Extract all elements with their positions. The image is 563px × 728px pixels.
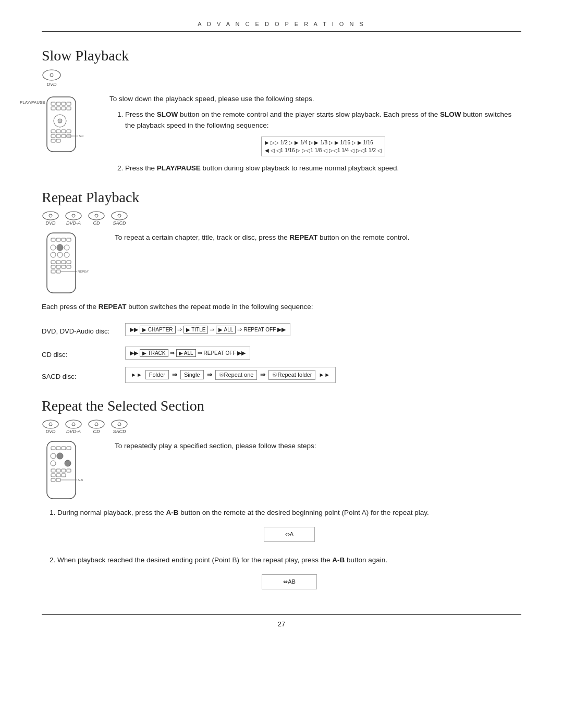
svg-point-26	[49, 214, 52, 217]
repeat-intro-text2: button on the remote control.	[317, 233, 409, 241]
svg-text:SLOW: SLOW	[79, 134, 83, 138]
repeat-playback-title: Repeat Playback	[42, 189, 521, 206]
svg-rect-73	[51, 469, 55, 472]
slow-step2-bold1: PLAY/PAUSE	[157, 164, 201, 172]
slow-playback-content: PLAY/PAUSE	[42, 93, 521, 179]
each-press-text1: Each press of the	[42, 303, 99, 311]
repeat-sacd-icon: SACD	[111, 211, 128, 226]
svg-rect-48	[51, 265, 55, 268]
svg-text:A-B: A-B	[78, 478, 83, 482]
repeat-dvda-icon: DVD-A	[65, 211, 82, 226]
svg-rect-76	[67, 469, 71, 472]
remote-slow: PLAY/PAUSE	[42, 93, 83, 154]
slow-sequence-box: ▶ ▷▷ 1/2 ▷ ▶ 1/4 ▷ ▶ 1/8 ▷ ▶ 1/16 ▷ ▶ 1/…	[261, 137, 385, 156]
svg-rect-19	[62, 134, 66, 138]
svg-rect-10	[67, 107, 71, 110]
svg-rect-13	[51, 130, 55, 133]
svg-rect-35	[56, 238, 60, 241]
play-pause-label: PLAY/PAUSE	[20, 100, 45, 105]
svg-point-32	[118, 214, 121, 217]
dvd-label: DVD	[46, 82, 56, 87]
repeat-selected-section: Repeat the Selected Section DVD DVD-A CD…	[42, 398, 521, 594]
dvd-disc-icon: DVD	[42, 69, 62, 87]
slow-playback-disc-icons: DVD	[42, 69, 521, 87]
svg-rect-18	[56, 134, 60, 138]
ab-a-label: ⇔A	[285, 531, 293, 537]
svg-point-40	[64, 245, 69, 250]
slow-playback-section: Slow Playback DVD PLAY/PAUSE	[42, 47, 521, 179]
svg-rect-17	[51, 134, 55, 138]
svg-point-43	[64, 252, 69, 257]
svg-rect-68	[67, 447, 71, 450]
slow-step1-bold1: SLOW	[157, 110, 178, 118]
svg-rect-46	[62, 261, 66, 264]
svg-rect-6	[67, 102, 71, 105]
slow-step2-text2: button during slow playback to resume no…	[201, 164, 399, 172]
svg-rect-5	[62, 102, 66, 105]
sel-step2-text2: button again.	[345, 556, 387, 564]
svg-point-39	[57, 244, 63, 251]
sel-step2-text1: When playback reached the desired ending…	[57, 556, 332, 564]
svg-rect-77	[51, 474, 55, 477]
slow-step1-text1: Press the	[125, 110, 157, 118]
repeat-sel-step-1: During normal playback, press the A-B bu…	[57, 507, 521, 546]
repeat-each-press: Each press of the REPEAT button switches…	[42, 301, 521, 313]
svg-rect-80	[51, 478, 55, 482]
sacd-folder: Folder	[145, 370, 169, 379]
page-header: A D V A N C E D O P E R A T I O N S	[42, 21, 521, 32]
sel-dvda-icon: DVD-A	[65, 419, 82, 434]
slow-playback-intro: To slow down the playback speed, please …	[109, 93, 521, 105]
ab-ab-label: ⇔AB	[283, 578, 296, 585]
svg-point-42	[57, 252, 63, 257]
svg-rect-7	[51, 107, 55, 110]
svg-rect-74	[56, 469, 60, 472]
repeat-playback-text-block: To repeat a certain chapter, title, trac…	[115, 232, 521, 248]
svg-rect-45	[56, 261, 60, 264]
svg-rect-34	[51, 238, 55, 241]
repeat-intro-text1: To repeat a certain chapter, title, trac…	[115, 233, 289, 241]
svg-rect-14	[56, 130, 60, 133]
slow-step1-bold2: SLOW	[440, 110, 461, 118]
svg-point-38	[51, 245, 56, 250]
sel-cd-icon: CD	[88, 419, 105, 434]
sel-step1-text2: button on the remote at the desired begi…	[179, 509, 429, 516]
svg-point-28	[72, 214, 75, 217]
slow-step1-text2: button on the remote control and the pla…	[178, 110, 440, 118]
repeat-intro: To repeat a certain chapter, title, trac…	[115, 232, 521, 243]
svg-point-12	[58, 119, 62, 123]
slow-step2-text1: Press the	[125, 164, 157, 172]
dvd-seq-row: DVD, DVD-Audio disc: ▶▶ ▶ CHAPTER ⇒ ▶ TI…	[42, 320, 521, 339]
cd-disc-type-label: CD disc:	[42, 351, 115, 359]
svg-point-71	[51, 461, 56, 466]
repeat-selected-title: Repeat the Selected Section	[42, 398, 521, 414]
sel-dvd-icon: DVD	[42, 419, 59, 434]
dvd-disc-type-label: DVD, DVD-Audio disc:	[42, 327, 115, 335]
ab-indicator-a: ⇔A	[57, 523, 521, 547]
slow-playback-title: Slow Playback	[42, 47, 521, 64]
each-press-bold: REPEAT	[99, 303, 127, 311]
svg-rect-16	[67, 130, 71, 133]
svg-rect-75	[62, 469, 66, 472]
svg-rect-37	[67, 238, 71, 241]
repeat-selected-intro: To repeatedly play a specified section, …	[115, 440, 521, 452]
sel-step2-bold: A-B	[332, 556, 345, 564]
repeat-disc-icons-row: DVD DVD-A CD SACD	[42, 211, 521, 226]
svg-rect-9	[62, 107, 66, 110]
sacd-repeat-one: ♾Repeat one	[215, 370, 258, 380]
svg-rect-66	[56, 447, 60, 450]
svg-rect-79	[62, 474, 66, 477]
repeat-dvd-icon: DVD	[42, 211, 59, 226]
dvd-sequence-box: ▶▶ ▶ CHAPTER ⇒ ▶ TITLE ⇒ ▶ ALL ⇒ REPEAT …	[125, 323, 290, 336]
sacd-seq-row: SACD disc: ►► Folder ⇒ Single ⇒ ♾Repeat …	[42, 367, 521, 383]
ab-ab-box: ⇔AB	[262, 574, 317, 590]
slow-sequence-display: ▶ ▷▷ 1/2 ▷ ▶ 1/4 ▷ ▶ 1/8 ▷ ▶ 1/16 ▷ ▶ 1/…	[125, 134, 521, 158]
svg-rect-47	[67, 261, 71, 264]
svg-rect-67	[62, 447, 66, 450]
slow-step-2: Press the PLAY/PAUSE button during slow …	[125, 163, 521, 174]
svg-rect-65	[51, 447, 55, 450]
svg-point-1	[50, 73, 53, 77]
sacd-repeat-folder: ♾Repeat folder	[268, 370, 315, 380]
svg-rect-78	[56, 474, 60, 477]
svg-rect-44	[51, 261, 55, 264]
svg-rect-51	[67, 265, 71, 268]
